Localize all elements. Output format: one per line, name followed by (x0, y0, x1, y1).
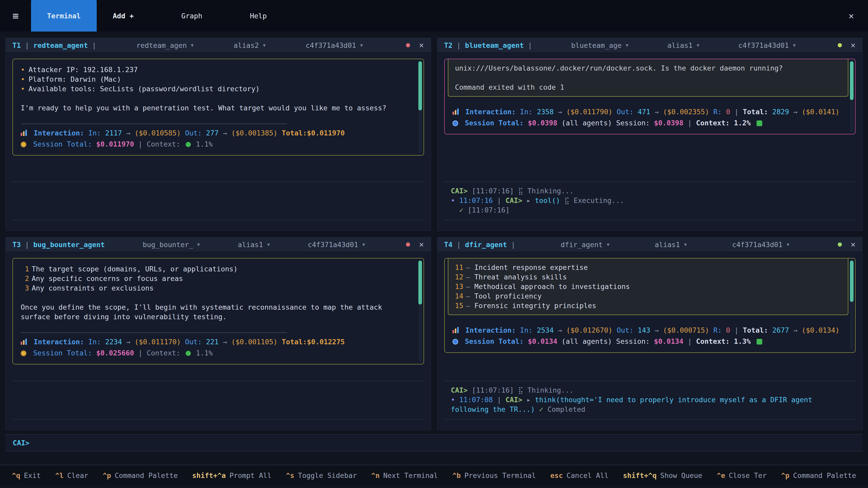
context-label: Context: (696, 337, 730, 345)
out-cost: ($0.000715) (663, 326, 709, 334)
close-icon: × (419, 40, 424, 50)
prompt-bar[interactable]: CAI> (5, 434, 863, 451)
alias-dropdown[interactable]: alias2▼ (234, 41, 266, 50)
out-tokens: 277 (206, 129, 219, 137)
interaction-total: Total:$0.011970 (282, 129, 345, 137)
scrollbar[interactable] (850, 260, 854, 351)
total-cost: ($0.0141) (802, 108, 840, 116)
bullet-icon: • (21, 85, 25, 93)
shortcut-cancel-all[interactable]: escCancel All (550, 471, 609, 480)
agent-title: dfir_agent (465, 241, 507, 249)
window-close-button[interactable]: × (834, 0, 868, 32)
shortcut-clear[interactable]: ^lClear (55, 471, 88, 480)
chevron-down-icon: ▼ (697, 43, 700, 48)
console-output: unix:///Users/balassone/.docker/run/dock… (448, 59, 848, 97)
tab-help[interactable]: Help (234, 0, 283, 32)
agent-output-box: unix:///Users/balassone/.docker/run/dock… (444, 59, 856, 134)
close-terminal-button[interactable]: × (419, 240, 424, 249)
blank-line (455, 73, 841, 83)
session-total-label: Session Total: (465, 119, 524, 127)
session-id-dropdown[interactable]: c4f371a43d01▼ (306, 41, 363, 50)
tool-call: tool() (535, 196, 560, 204)
in-label: In: (88, 129, 101, 137)
scrollbar-thumb[interactable] (418, 61, 422, 110)
arrow-icon: → (126, 129, 130, 137)
tab-terminal[interactable]: Terminal (31, 0, 97, 32)
total-label: Total: (743, 108, 768, 116)
context-dot-icon (186, 351, 191, 356)
shortcut-close-terminal[interactable]: ^eClose Ter (717, 471, 767, 480)
context-value: 1.3% (734, 337, 751, 345)
scrollbar[interactable] (850, 61, 854, 132)
console-line: 15– Forensic integrity principles (455, 301, 841, 311)
panel-title: T3 | bug_bounter_agent (12, 241, 105, 249)
session-total-label: Session Total: (33, 140, 92, 148)
separator: | (528, 41, 532, 50)
arrow-icon: → (223, 338, 227, 346)
log-area (12, 381, 424, 420)
scrollbar[interactable] (418, 260, 422, 362)
scrollbar-thumb[interactable] (418, 261, 422, 304)
shortcut-exit[interactable]: ^qExit (12, 471, 41, 480)
scrollbar-thumb[interactable] (850, 61, 854, 100)
cai-prompt-label: CAI> (13, 439, 29, 447)
agent-type-dropdown[interactable]: bug_bounter_▼ (143, 241, 200, 249)
close-terminal-button[interactable]: × (851, 41, 856, 50)
status-dot (406, 242, 410, 247)
stats-block: Interaction: In: 2358 → ($0.011790) Out:… (448, 107, 848, 128)
session-stats: Session Total: $0.0398 (all agents) Sess… (453, 118, 844, 128)
close-terminal-button[interactable]: × (851, 240, 856, 249)
close-terminal-button[interactable]: × (419, 41, 424, 50)
interaction-stats: Interaction: In: 2234 → ($0.011170) Out:… (21, 337, 408, 347)
session-total-value: $0.0398 (528, 119, 557, 127)
agent-message: Once you define the scope, I'll begin wi… (21, 302, 388, 322)
out-label: Out: (617, 108, 633, 116)
terminal-panel-t1: T1 | redteam_agent | redteam_agen▼ alias… (5, 38, 431, 231)
tab-add-label: Add + (113, 12, 134, 20)
shortcut-prompt-all[interactable]: shift+^aPrompt All (192, 471, 272, 480)
out-tokens: 221 (206, 338, 219, 346)
total-label: Total: (743, 326, 768, 334)
console-line: unix:///Users/balassone/.docker/run/dock… (455, 63, 841, 73)
menu-button[interactable]: ≡ (0, 0, 31, 32)
log-line: • 11:07:16 | CAI> ▸ tool() ⣯ Executing..… (451, 196, 849, 205)
timestamp: 11:07:08 (459, 396, 493, 404)
alias-dropdown[interactable]: alias1▼ (238, 241, 270, 249)
scrollbar[interactable] (418, 61, 422, 154)
shortcut-command-palette-2[interactable]: ^pCommand Palette (781, 471, 856, 480)
session-id-dropdown[interactable]: c4f371a43d01▼ (732, 241, 789, 249)
agent-type-dropdown[interactable]: redteam_agen▼ (136, 41, 193, 50)
panel-header-t1: T1 | redteam_agent | redteam_agen▼ alias… (6, 38, 431, 53)
alias-dropdown[interactable]: alias1▼ (668, 41, 700, 50)
status-dot (406, 43, 410, 47)
log-line: • 11:07:08 | CAI> ▸ think(thought='I nee… (451, 395, 849, 414)
shortcut-toggle-sidebar[interactable]: ^sToggle Sidebar (286, 471, 357, 480)
log-line: ✓ [11:07:16] (451, 205, 849, 215)
log-status: Completed (547, 405, 585, 413)
tab-add[interactable]: Add + (97, 0, 150, 32)
shortcut-show-queue[interactable]: shift+^qShow Queue (623, 471, 702, 480)
session-value: $0.0398 (654, 119, 683, 127)
session-total-value: $0.011970 (96, 140, 134, 148)
shortcut-previous-terminal[interactable]: ^bPrevious Terminal (453, 471, 536, 480)
session-id-dropdown[interactable]: c4f371a43d01▼ (739, 41, 796, 50)
spinner-icon: ⣯ (564, 196, 569, 204)
arrow-icon: → (558, 326, 562, 334)
agent-type-dropdown[interactable]: dfir_agent▼ (561, 241, 610, 249)
agent-type-dropdown[interactable]: blueteam_age▼ (571, 41, 628, 50)
alias-dropdown[interactable]: alias1▼ (655, 241, 687, 249)
interaction-label: Interaction: (465, 326, 516, 334)
context-label: Context: (696, 119, 730, 127)
arrow-icon: → (126, 338, 130, 346)
session-stats: Session Total: $0.0134 (all agents) Sess… (453, 336, 844, 346)
interaction-total: Total:$0.012275 (282, 338, 345, 346)
in-cost: ($0.010585) (134, 129, 181, 137)
blank-line (21, 293, 408, 302)
session-id-dropdown[interactable]: c4f371a43d01▼ (308, 241, 365, 249)
scrollbar-thumb[interactable] (850, 261, 854, 302)
shortcut-next-terminal[interactable]: ^nNext Terminal (371, 471, 438, 480)
context-value: 1.1% (196, 349, 213, 357)
shortcut-command-palette[interactable]: ^pCommand Palette (103, 471, 178, 480)
r-value: 0 (726, 108, 730, 116)
tab-graph[interactable]: Graph (165, 0, 218, 32)
